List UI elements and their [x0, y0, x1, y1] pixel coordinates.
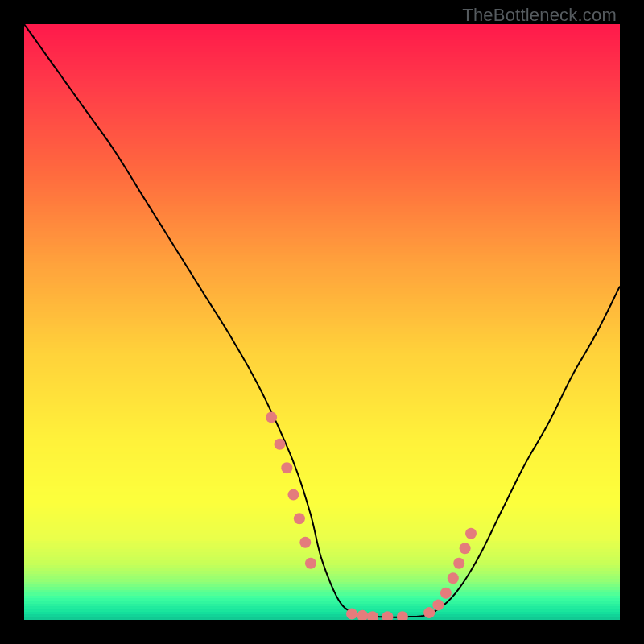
highlight-dot: [294, 513, 305, 524]
watermark-text: TheBottleneck.com: [462, 5, 617, 26]
highlight-dot: [465, 528, 477, 539]
bottleneck-curve: [24, 24, 620, 617]
highlight-dot: [440, 588, 452, 599]
chart-frame: TheBottleneck.com: [0, 0, 644, 644]
highlight-dot: [357, 610, 368, 620]
highlight-dot: [299, 537, 311, 548]
highlight-dot: [423, 607, 435, 618]
highlight-dot: [397, 611, 408, 620]
highlight-dot: [367, 611, 378, 620]
highlight-dot: [305, 558, 316, 569]
highlight-dot: [274, 439, 285, 450]
highlight-dot: [453, 558, 464, 569]
highlight-dot: [382, 611, 393, 620]
highlight-dot: [266, 411, 277, 423]
highlight-dot: [287, 489, 299, 501]
curve-layer: [24, 24, 620, 620]
highlight-dot: [448, 572, 459, 584]
plot-area: [24, 24, 620, 620]
highlight-dot: [432, 600, 444, 611]
highlight-dot: [281, 462, 292, 473]
highlight-dot: [460, 543, 471, 554]
highlight-dot: [346, 609, 357, 620]
